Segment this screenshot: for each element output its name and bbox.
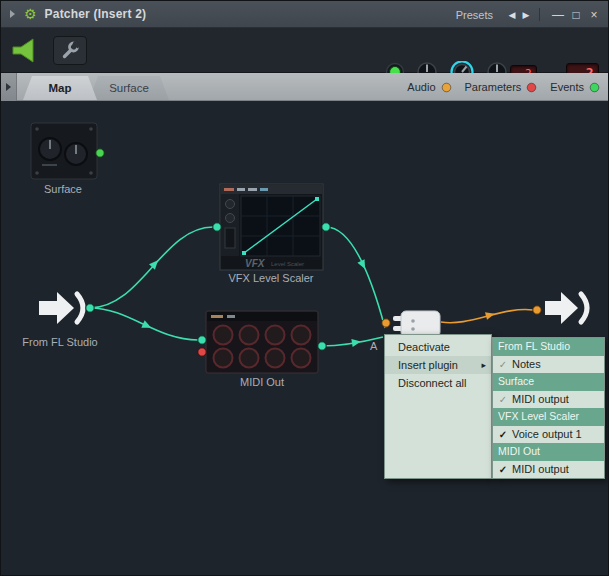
- submenu-item-voice-output-1[interactable]: ✓ Voice output 1: [493, 426, 604, 444]
- maximize-button[interactable]: □: [568, 8, 584, 22]
- svg-text:VFX Level Scaler: VFX Level Scaler: [229, 272, 314, 284]
- titlebar-separator: [539, 8, 540, 21]
- plugin-speaker-icon: [11, 37, 38, 68]
- wire-from-to-vfx[interactable]: [90, 227, 213, 308]
- vfx-output-port[interactable]: [322, 223, 330, 231]
- check-icon: ✓: [498, 464, 508, 475]
- plug-audio-port[interactable]: [382, 319, 390, 327]
- window-title: Patcher (Insert 2): [45, 7, 147, 21]
- tab-map[interactable]: Map: [23, 76, 97, 100]
- submenu-item-notes[interactable]: ✓ Notes: [493, 356, 604, 374]
- submenu-item-midi-output-surface[interactable]: ✓ MIDI output: [493, 391, 604, 409]
- audio-dot-icon: [441, 82, 452, 93]
- parameters-dot-icon: [526, 82, 537, 93]
- submenu-header-surface: Surface: [493, 373, 604, 391]
- patcher-window: ⚙ Patcher (Insert 2) Presets ◀ ▶ — □ ×: [0, 0, 609, 576]
- menu-item-insert-plugin[interactable]: Insert plugin ▸: [385, 356, 491, 374]
- preset-prev-button[interactable]: ◀: [505, 10, 519, 20]
- midi-knob[interactable]: [266, 326, 285, 345]
- tab-surface[interactable]: Surface: [89, 76, 169, 100]
- legend-parameters: Parameters: [465, 81, 538, 93]
- submenu-header-from-fl: From FL Studio: [493, 338, 604, 356]
- wire-arrow-icon: [357, 259, 368, 271]
- vfx-input-port[interactable]: [213, 223, 221, 231]
- midi-param-port[interactable]: [198, 348, 206, 356]
- node-midi-out[interactable]: MIDI Out: [198, 311, 326, 388]
- minimize-button[interactable]: —: [550, 8, 566, 22]
- menu-item-deactivate[interactable]: Deactivate: [385, 338, 491, 356]
- surface-output-port[interactable]: [96, 149, 104, 157]
- presets-label[interactable]: Presets: [456, 9, 493, 21]
- check-icon: ✓: [498, 359, 508, 370]
- node-vfx-level-scaler[interactable]: VFX Level Scaler VFX Level Scaler: [213, 184, 330, 284]
- events-dot-icon: [589, 82, 600, 93]
- wire-arrow-icon: [141, 320, 153, 331]
- to-fl-input-port[interactable]: [533, 306, 541, 314]
- midi-input-port[interactable]: [198, 336, 206, 344]
- svg-text:From FL Studio: From FL Studio: [22, 336, 97, 348]
- menu-item-disconnect-all[interactable]: Disconnect all: [385, 374, 491, 392]
- check-icon: ✓: [498, 429, 508, 440]
- from-fl-arrow-icon: [39, 292, 74, 324]
- tab-bar: Map Surface Audio Parameters Events: [1, 73, 608, 101]
- wrench-button[interactable]: [53, 36, 87, 65]
- detach-arrow-icon[interactable]: [10, 10, 15, 18]
- connection-legend: Audio Parameters Events: [407, 73, 600, 101]
- preset-next-button[interactable]: ▶: [519, 10, 533, 20]
- midi-knob[interactable]: [240, 349, 259, 368]
- svg-text:MIDI Out: MIDI Out: [240, 376, 284, 388]
- legend-events: Events: [550, 81, 600, 93]
- submenu-header-vfx: VFX Level Scaler: [493, 408, 604, 426]
- to-fl-arrow-icon: [545, 292, 578, 324]
- patcher-map-canvas[interactable]: Surface: [1, 101, 609, 576]
- svg-text:Surface: Surface: [44, 183, 82, 195]
- svg-text:A: A: [370, 340, 378, 352]
- from-fl-output-port[interactable]: [86, 304, 94, 312]
- svg-text:VFX: VFX: [245, 258, 266, 269]
- close-button[interactable]: ×: [586, 8, 602, 22]
- midi-knob[interactable]: [292, 326, 311, 345]
- titlebar-controls: Presets ◀ ▶ — □ ×: [456, 1, 602, 28]
- collapse-arrow-icon: [6, 83, 11, 91]
- midi-knob[interactable]: [214, 326, 233, 345]
- midi-knob[interactable]: [266, 349, 285, 368]
- submenu-arrow-icon: ▸: [481, 356, 486, 374]
- context-menu: Deactivate Insert plugin ▸ Disconnect al…: [384, 334, 492, 479]
- midi-knob[interactable]: [240, 326, 259, 345]
- node-to-fl-studio[interactable]: [533, 292, 587, 324]
- node-from-fl-studio[interactable]: From FL Studio: [22, 292, 97, 348]
- legend-audio: Audio: [407, 81, 451, 93]
- midi-knob[interactable]: [292, 349, 311, 368]
- wrench-icon: [60, 41, 80, 61]
- patcher-gear-icon: ⚙: [24, 7, 37, 21]
- midi-output-port[interactable]: [318, 342, 326, 350]
- submenu-item-midi-output-midiout[interactable]: ✓ MIDI output: [493, 461, 604, 479]
- check-icon: ✓: [498, 394, 508, 405]
- midi-knob[interactable]: [214, 349, 233, 368]
- submenu-header-midi-out: MIDI Out: [493, 443, 604, 461]
- context-submenu: From FL Studio ✓ Notes Surface ✓ MIDI ou…: [492, 337, 605, 479]
- wire-vfx-to-plug[interactable]: [326, 227, 385, 328]
- svg-text:Level Scaler: Level Scaler: [271, 261, 304, 267]
- plugin-toolbar: ON PAN VOL PITCH 2 RA: [1, 28, 608, 73]
- title-bar: ⚙ Patcher (Insert 2) Presets ◀ ▶ — □ ×: [1, 1, 608, 28]
- node-surface[interactable]: Surface: [31, 123, 104, 195]
- sidebar-collapse-button[interactable]: [1, 73, 17, 101]
